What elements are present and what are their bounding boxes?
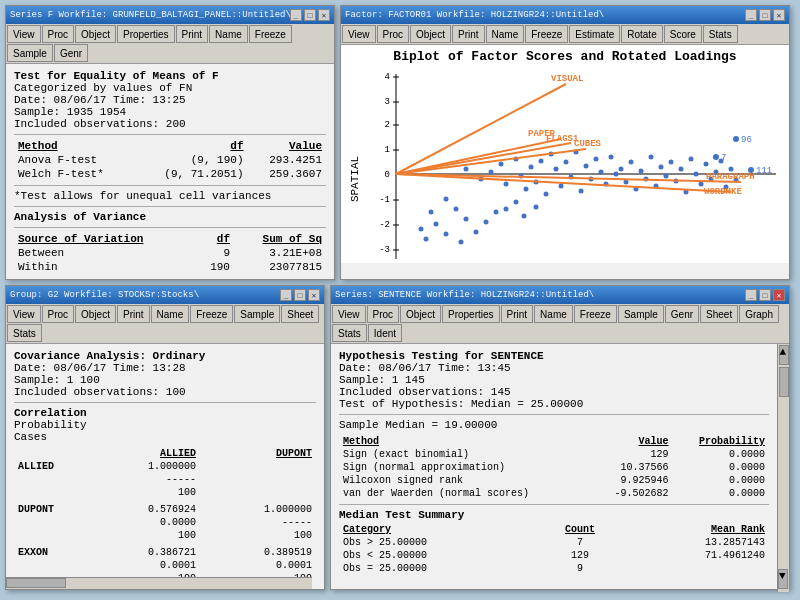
v-scroll-up[interactable]: ▲ [779, 345, 789, 365]
view-btn[interactable]: View [332, 305, 366, 323]
genr-btn[interactable]: Genr [54, 44, 88, 62]
minimize-btn[interactable]: _ [280, 289, 292, 301]
freeze-btn[interactable]: Freeze [574, 305, 617, 323]
v-scrollbar[interactable]: ▲ ▼ [777, 344, 789, 592]
object-btn[interactable]: Object [410, 25, 451, 43]
freeze-btn[interactable]: Freeze [190, 305, 233, 323]
proc-btn[interactable]: Proc [42, 305, 75, 323]
svg-point-72 [429, 210, 434, 215]
name-btn[interactable]: Name [151, 305, 190, 323]
score-btn[interactable]: Score [664, 25, 702, 43]
series-f-titlebar: Series F Workfile: GRUNFELD_BALTAGI_PANE… [6, 6, 334, 24]
maximize-btn[interactable]: □ [759, 9, 771, 21]
svg-point-46 [629, 160, 634, 165]
minimize-btn[interactable]: _ [290, 9, 302, 21]
maximize-btn[interactable]: □ [294, 289, 306, 301]
svg-point-50 [649, 155, 654, 160]
proc-btn[interactable]: Proc [377, 25, 410, 43]
svg-point-32 [559, 184, 564, 189]
header-line2: Categorized by values of FN [14, 82, 326, 94]
estimate-btn[interactable]: Estimate [569, 25, 620, 43]
svg-point-60 [699, 182, 704, 187]
print-btn[interactable]: Print [452, 25, 485, 43]
sentence-title: Series: SENTENCE Workfile: HOLZINGR24::U… [335, 290, 594, 300]
view-btn[interactable]: View [7, 305, 41, 323]
view-btn[interactable]: View [342, 25, 376, 43]
stats-btn[interactable]: Stats [332, 324, 367, 342]
svg-text:-3: -3 [379, 245, 390, 255]
svg-point-86 [713, 154, 719, 160]
svg-point-28 [539, 159, 544, 164]
close-btn[interactable]: ✕ [773, 289, 785, 301]
cov-header2: Date: 08/06/17 Time: 13:28 [14, 362, 316, 374]
biplot-chart: SPATIAL 4 3 2 1 0 -1 -2 -3 [346, 64, 786, 263]
stats-btn[interactable]: Stats [7, 324, 42, 342]
sample-btn[interactable]: Sample [7, 44, 53, 62]
series-f-toolbar: View Proc Object Properties Print Name F… [6, 24, 334, 64]
sentence-toolbar: View Proc Object Properties Print Name F… [331, 304, 789, 344]
freeze-btn[interactable]: Freeze [525, 25, 568, 43]
graph-btn[interactable]: Graph [739, 305, 779, 323]
print-btn[interactable]: Print [501, 305, 534, 323]
svg-text:VISUAL: VISUAL [551, 74, 583, 84]
sheet-btn[interactable]: Sheet [281, 305, 319, 323]
stats-btn[interactable]: Stats [703, 25, 738, 43]
svg-text:PARAGRAPH: PARAGRAPH [706, 172, 755, 182]
genr-btn[interactable]: Genr [665, 305, 699, 323]
svg-point-37 [584, 164, 589, 169]
header-line4: Sample: 1935 1954 [14, 106, 326, 118]
proc-btn[interactable]: Proc [42, 25, 75, 43]
close-btn[interactable]: ✕ [773, 9, 785, 21]
svg-point-33 [564, 160, 569, 165]
svg-point-75 [444, 232, 449, 237]
svg-point-76 [459, 240, 464, 245]
h-scrollbar[interactable] [6, 577, 312, 589]
hypothesis-table: Method Value Probability Sign (exact bin… [339, 435, 769, 500]
v-scroll-thumb[interactable] [779, 367, 789, 397]
print-btn[interactable]: Print [117, 305, 150, 323]
svg-point-69 [454, 207, 459, 212]
properties-btn[interactable]: Properties [442, 305, 500, 323]
svg-point-70 [464, 217, 469, 222]
svg-text:SPATIAL: SPATIAL [349, 156, 361, 202]
maximize-btn[interactable]: □ [304, 9, 316, 21]
svg-point-53 [664, 174, 669, 179]
factor-titlebar: Factor: FACTOR01 Workfile: HOLZINGR24::U… [341, 6, 789, 24]
rotate-btn[interactable]: Rotate [621, 25, 662, 43]
svg-text:96: 96 [741, 135, 752, 145]
object-btn[interactable]: Object [75, 25, 116, 43]
object-btn[interactable]: Object [400, 305, 441, 323]
restore-btn[interactable]: □ [759, 289, 771, 301]
group-toolbar: View Proc Object Print Name Freeze Sampl… [6, 304, 324, 344]
name-btn[interactable]: Name [486, 25, 525, 43]
svg-point-44 [619, 167, 624, 172]
header-line1: Test for Equality of Means of F [14, 70, 326, 82]
svg-text:4: 4 [385, 72, 390, 82]
name-btn[interactable]: Name [209, 25, 248, 43]
svg-point-43 [614, 172, 619, 177]
object-btn[interactable]: Object [75, 305, 116, 323]
sample-btn[interactable]: Sample [234, 305, 280, 323]
svg-point-25 [524, 187, 529, 192]
print-btn[interactable]: Print [176, 25, 209, 43]
ident-btn[interactable]: Ident [368, 324, 402, 342]
hyp-header2: Date: 08/06/17 Time: 13:45 [339, 362, 769, 374]
sample-btn[interactable]: Sample [618, 305, 664, 323]
h-scroll-thumb[interactable] [6, 578, 66, 588]
sheet-btn[interactable]: Sheet [700, 305, 738, 323]
factor-window: Factor: FACTOR01 Workfile: HOLZINGR24::U… [340, 5, 790, 280]
name-btn[interactable]: Name [534, 305, 573, 323]
minimize-btn[interactable]: _ [745, 9, 757, 21]
minimize-btn[interactable]: _ [745, 289, 757, 301]
svg-point-79 [494, 210, 499, 215]
close-btn[interactable]: ✕ [318, 9, 330, 21]
close-btn[interactable]: ✕ [308, 289, 320, 301]
v-scroll-down[interactable]: ▼ [778, 569, 788, 589]
proc-btn[interactable]: Proc [367, 305, 400, 323]
view-btn[interactable]: View [7, 25, 41, 43]
cov-header4: Included observations: 100 [14, 386, 316, 398]
freeze-btn[interactable]: Freeze [249, 25, 292, 43]
svg-point-40 [599, 170, 604, 175]
hyp-header1: Hypothesis Testing for SENTENCE [339, 350, 769, 362]
properties-btn[interactable]: Properties [117, 25, 175, 43]
